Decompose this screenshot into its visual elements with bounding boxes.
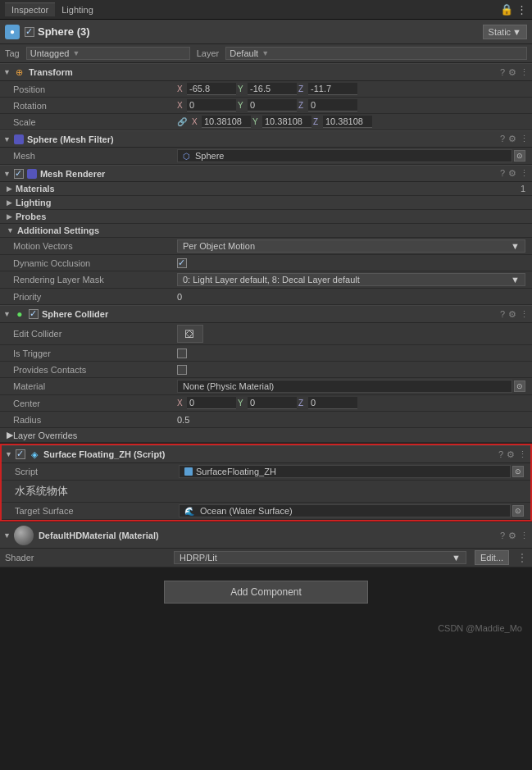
target-surface-target-btn[interactable]: ⊙ — [512, 505, 524, 517]
rotation-x-input[interactable] — [187, 99, 236, 112]
mesh-renderer-more-icon[interactable]: ⋮ — [520, 168, 529, 179]
shader-more-icon[interactable]: ⋮ — [517, 552, 527, 563]
transform-section-header[interactable]: ▼ ⊕ Transform ? ⚙ ⋮ — [0, 63, 532, 81]
scale-label: Scale — [13, 117, 177, 127]
x-label: X — [177, 84, 185, 93]
layer-dropdown[interactable]: Default ▼ — [225, 47, 527, 60]
script-target-btn[interactable]: ⊙ — [512, 466, 524, 477]
sphere-collider-help-icon[interactable]: ? — [500, 309, 505, 320]
rotation-xyz: X Y Z — [177, 99, 525, 112]
mesh-filter-header[interactable]: ▼ Sphere (Mesh Filter) ? ⚙ ⋮ — [0, 130, 532, 148]
mesh-renderer-header[interactable]: ▼ Mesh Renderer ? ⚙ ⋮ — [0, 165, 532, 182]
mesh-value: Sphere — [195, 151, 224, 161]
position-x-field: X — [177, 83, 236, 95]
scale-y-field: Y — [252, 116, 311, 128]
tab-bar: Inspector Lighting 🔒 ⋮ — [0, 0, 532, 20]
cx-label: X — [177, 399, 185, 408]
tab-inspector[interactable]: Inspector — [5, 2, 55, 16]
mesh-renderer-checkbox[interactable] — [14, 169, 24, 179]
tab-lighting[interactable]: Lighting — [55, 3, 100, 16]
position-z-field: Z — [298, 83, 357, 95]
collider-material-row: Material None (Physic Material) ⊙ — [0, 378, 532, 395]
surface-floating-settings-icon[interactable]: ⚙ — [507, 449, 515, 460]
center-x-field: X — [177, 397, 236, 409]
rotation-z-input[interactable] — [308, 99, 357, 112]
is-trigger-checkbox[interactable] — [177, 349, 187, 358]
lock-icon[interactable]: 🔒 — [500, 3, 513, 16]
more-icon[interactable]: ⋮ — [516, 3, 527, 16]
transform-help-icon[interactable]: ? — [500, 67, 505, 78]
material-settings-icon[interactable]: ⚙ — [508, 531, 516, 541]
sphere-collider-header[interactable]: ▼ ● Sphere Collider ? ⚙ ⋮ — [0, 305, 532, 323]
mesh-renderer-settings-icon[interactable]: ⚙ — [508, 168, 516, 179]
mesh-filter-help-icon[interactable]: ? — [500, 134, 505, 144]
provides-contacts-label: Provides Contacts — [13, 365, 177, 375]
shader-row: Shader HDRP/Lit ▼ Edit... ⋮ — [0, 549, 532, 567]
rx-label: X — [177, 101, 185, 110]
sphere-collider-title: Sphere Collider — [42, 309, 500, 319]
mesh-filter-more-icon[interactable]: ⋮ — [520, 134, 529, 144]
scale-x-input[interactable] — [202, 116, 251, 128]
material-more-icon[interactable]: ⋮ — [520, 531, 529, 541]
probes-subsection[interactable]: ▶ Probes — [0, 210, 532, 224]
mesh-filter-settings-icon[interactable]: ⚙ — [508, 134, 516, 144]
material-section-header[interactable]: ▼ DefaultHDMaterial (Material) ? ⚙ ⋮ — [0, 522, 532, 549]
mesh-target-btn[interactable]: ⊙ — [514, 150, 525, 162]
edit-collider-button[interactable]: ⛋ — [177, 325, 203, 343]
rotation-y-input[interactable] — [248, 99, 297, 112]
surface-floating-checkbox[interactable] — [16, 449, 25, 459]
transform-settings-icon[interactable]: ⚙ — [508, 67, 516, 78]
mesh-ref-icon: ⬡ — [183, 152, 190, 161]
active-checkbox[interactable] — [25, 27, 34, 37]
sphere-collider-checkbox[interactable] — [29, 309, 39, 319]
static-button[interactable]: Static ▼ — [483, 25, 527, 39]
lighting-subsection[interactable]: ▶ Lighting — [0, 196, 532, 210]
center-z-input[interactable] — [308, 397, 357, 409]
position-x-input[interactable] — [187, 83, 236, 95]
material-help-icon[interactable]: ? — [500, 531, 505, 541]
sphere-collider-icon: ● — [14, 308, 25, 320]
additional-settings-subsection[interactable]: ▼ Additional Settings — [0, 224, 532, 238]
priority-row: Priority 0 — [0, 289, 532, 305]
sphere-collider-more-icon[interactable]: ⋮ — [520, 309, 529, 320]
mesh-label: Mesh — [13, 151, 177, 161]
sx-label: X — [192, 117, 200, 126]
scale-z-input[interactable] — [323, 116, 372, 128]
sphere-collider-settings-icon[interactable]: ⚙ — [508, 309, 516, 320]
center-x-input[interactable] — [187, 397, 236, 409]
add-component-button[interactable]: Add Component — [164, 581, 368, 604]
surface-floating-more-icon[interactable]: ⋮ — [518, 449, 527, 460]
target-surface-label: Target Surface — [15, 506, 179, 516]
dynamic-occlusion-row: Dynamic Occlusion — [0, 255, 532, 271]
edit-shader-button[interactable]: Edit... — [475, 550, 509, 565]
surface-floating-help-icon[interactable]: ? — [498, 449, 503, 460]
inspector-tab-label: Inspector — [11, 5, 48, 15]
edit-collider-icon: ⛋ — [184, 327, 196, 340]
position-y-input[interactable] — [248, 83, 297, 95]
mesh-filter-icon — [14, 134, 24, 144]
cy-label: Y — [238, 399, 246, 408]
static-dropdown-arrow[interactable]: ▼ — [512, 27, 521, 37]
rendering-layer-dropdown[interactable]: 0: Light Layer default, 8: Decal Layer d… — [177, 273, 525, 286]
collider-material-target-btn[interactable]: ⊙ — [514, 380, 525, 392]
collider-material-field: None (Physic Material) — [177, 380, 512, 393]
center-y-input[interactable] — [248, 397, 297, 409]
materials-subsection[interactable]: ▶ Materials 1 — [0, 182, 532, 196]
shader-dropdown[interactable]: HDRP/Lit ▼ — [174, 551, 466, 564]
surface-floating-header[interactable]: ▼ ◈ Surface Floating_ZH (Script) ? ⚙ ⋮ — [2, 445, 530, 463]
layer-overrides-row[interactable]: ▶ Layer Overrides — [0, 428, 532, 443]
provides-contacts-checkbox[interactable] — [177, 365, 187, 375]
mesh-value-field: ⬡ Sphere — [177, 149, 512, 162]
motion-vectors-dropdown[interactable]: Per Object Motion ▼ — [177, 239, 525, 253]
materials-arrow-icon: ▶ — [7, 185, 12, 193]
motion-vectors-arrow-icon: ▼ — [511, 241, 520, 251]
center-row: Center X Y Z — [0, 395, 532, 412]
dynamic-occlusion-checkbox[interactable] — [177, 258, 187, 268]
transform-more-icon[interactable]: ⋮ — [520, 67, 529, 78]
mesh-renderer-help-icon[interactable]: ? — [500, 168, 505, 179]
position-z-input[interactable] — [308, 83, 357, 95]
materials-count: 1 — [521, 184, 525, 194]
rendering-layer-row: Rendering Layer Mask 0: Light Layer defa… — [0, 271, 532, 289]
scale-y-input[interactable] — [262, 116, 311, 128]
tag-dropdown[interactable]: Untagged ▼ — [26, 47, 190, 60]
